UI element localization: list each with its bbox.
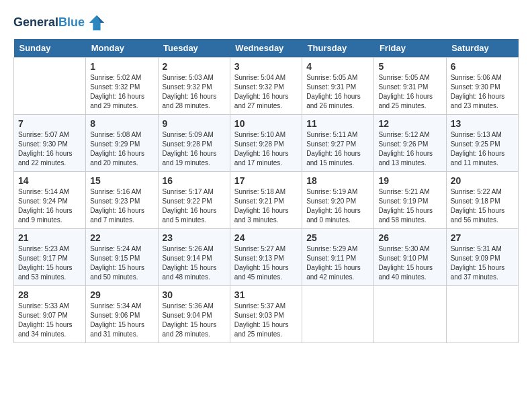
- calendar-cell: 25Sunrise: 5:29 AMSunset: 9:11 PMDayligh…: [302, 229, 374, 286]
- cell-details: Sunrise: 5:02 AMSunset: 9:32 PMDaylight:…: [90, 73, 153, 111]
- day-number: 17: [234, 175, 298, 186]
- calendar-cell: 11Sunrise: 5:11 AMSunset: 9:27 PMDayligh…: [302, 115, 374, 172]
- calendar-cell: 26Sunrise: 5:30 AMSunset: 9:10 PMDayligh…: [374, 229, 446, 286]
- day-number: 11: [306, 118, 369, 129]
- day-number: 20: [451, 175, 514, 186]
- calendar-cell: 19Sunrise: 5:21 AMSunset: 9:19 PMDayligh…: [374, 172, 446, 229]
- weekday-header-monday: Monday: [86, 39, 158, 58]
- calendar-cell: 4Sunrise: 5:05 AMSunset: 9:31 PMDaylight…: [302, 58, 374, 115]
- calendar-cell: 28Sunrise: 5:33 AMSunset: 9:07 PMDayligh…: [14, 286, 86, 343]
- weekday-header-sunday: Sunday: [14, 39, 86, 58]
- day-number: 23: [163, 232, 226, 243]
- day-number: 3: [234, 61, 298, 72]
- cell-details: Sunrise: 5:26 AMSunset: 9:14 PMDaylight:…: [163, 244, 226, 282]
- page-header: GeneralBlue: [13, 13, 519, 32]
- day-number: 16: [163, 175, 226, 186]
- calendar-cell: 5Sunrise: 5:05 AMSunset: 9:31 PMDaylight…: [374, 58, 446, 115]
- weekday-header-saturday: Saturday: [446, 39, 518, 58]
- cell-details: Sunrise: 5:10 AMSunset: 9:28 PMDaylight:…: [234, 130, 298, 168]
- week-row-2: 7Sunrise: 5:07 AMSunset: 9:30 PMDaylight…: [14, 115, 519, 172]
- day-number: 30: [163, 289, 226, 300]
- calendar-cell: 7Sunrise: 5:07 AMSunset: 9:30 PMDaylight…: [14, 115, 86, 172]
- calendar-cell: 13Sunrise: 5:13 AMSunset: 9:25 PMDayligh…: [446, 115, 518, 172]
- calendar-cell: 31Sunrise: 5:37 AMSunset: 9:03 PMDayligh…: [230, 286, 302, 343]
- cell-details: Sunrise: 5:18 AMSunset: 9:21 PMDaylight:…: [234, 187, 298, 225]
- cell-details: Sunrise: 5:04 AMSunset: 9:32 PMDaylight:…: [234, 73, 298, 111]
- day-number: 4: [306, 61, 369, 72]
- day-number: 18: [306, 175, 369, 186]
- calendar-cell: 29Sunrise: 5:34 AMSunset: 9:06 PMDayligh…: [86, 286, 158, 343]
- calendar-cell: 16Sunrise: 5:17 AMSunset: 9:22 PMDayligh…: [158, 172, 230, 229]
- weekday-header-friday: Friday: [374, 39, 446, 58]
- cell-details: Sunrise: 5:16 AMSunset: 9:23 PMDaylight:…: [90, 187, 153, 225]
- calendar-cell: 24Sunrise: 5:27 AMSunset: 9:13 PMDayligh…: [230, 229, 302, 286]
- calendar-cell: [302, 286, 374, 343]
- week-row-4: 21Sunrise: 5:23 AMSunset: 9:17 PMDayligh…: [14, 229, 519, 286]
- calendar-cell: 17Sunrise: 5:18 AMSunset: 9:21 PMDayligh…: [230, 172, 302, 229]
- day-number: 29: [90, 289, 153, 300]
- day-number: 2: [163, 61, 226, 72]
- calendar-table: SundayMondayTuesdayWednesdayThursdayFrid…: [13, 39, 519, 343]
- calendar-cell: 6Sunrise: 5:06 AMSunset: 9:30 PMDaylight…: [446, 58, 518, 115]
- calendar-cell: 10Sunrise: 5:10 AMSunset: 9:28 PMDayligh…: [230, 115, 302, 172]
- calendar-cell: 21Sunrise: 5:23 AMSunset: 9:17 PMDayligh…: [14, 229, 86, 286]
- weekday-header-row: SundayMondayTuesdayWednesdayThursdayFrid…: [14, 39, 519, 58]
- cell-details: Sunrise: 5:07 AMSunset: 9:30 PMDaylight:…: [18, 130, 81, 168]
- cell-details: Sunrise: 5:03 AMSunset: 9:32 PMDaylight:…: [163, 73, 226, 111]
- day-number: 6: [451, 61, 514, 72]
- cell-details: Sunrise: 5:19 AMSunset: 9:20 PMDaylight:…: [306, 187, 369, 225]
- calendar-cell: 14Sunrise: 5:14 AMSunset: 9:24 PMDayligh…: [14, 172, 86, 229]
- weekday-header-thursday: Thursday: [302, 39, 374, 58]
- day-number: 24: [234, 232, 298, 243]
- calendar-cell: 8Sunrise: 5:08 AMSunset: 9:29 PMDaylight…: [86, 115, 158, 172]
- day-number: 27: [451, 232, 514, 243]
- calendar-cell: 2Sunrise: 5:03 AMSunset: 9:32 PMDaylight…: [158, 58, 230, 115]
- calendar-cell: 27Sunrise: 5:31 AMSunset: 9:09 PMDayligh…: [446, 229, 518, 286]
- logo-icon: [87, 13, 106, 32]
- day-number: 9: [163, 118, 226, 129]
- day-number: 10: [234, 118, 298, 129]
- day-number: 8: [90, 118, 153, 129]
- weekday-header-tuesday: Tuesday: [158, 39, 230, 58]
- cell-details: Sunrise: 5:11 AMSunset: 9:27 PMDaylight:…: [306, 130, 369, 168]
- calendar-cell: [374, 286, 446, 343]
- day-number: 14: [18, 175, 81, 186]
- cell-details: Sunrise: 5:29 AMSunset: 9:11 PMDaylight:…: [306, 244, 369, 282]
- cell-details: Sunrise: 5:05 AMSunset: 9:31 PMDaylight:…: [306, 73, 369, 111]
- logo: GeneralBlue: [13, 13, 106, 32]
- weekday-header-wednesday: Wednesday: [230, 39, 302, 58]
- calendar-cell: 1Sunrise: 5:02 AMSunset: 9:32 PMDaylight…: [86, 58, 158, 115]
- day-number: 15: [90, 175, 153, 186]
- logo-text: GeneralBlue: [13, 16, 85, 30]
- cell-details: Sunrise: 5:24 AMSunset: 9:15 PMDaylight:…: [90, 244, 153, 282]
- cell-details: Sunrise: 5:05 AMSunset: 9:31 PMDaylight:…: [378, 73, 441, 111]
- calendar-cell: 3Sunrise: 5:04 AMSunset: 9:32 PMDaylight…: [230, 58, 302, 115]
- week-row-3: 14Sunrise: 5:14 AMSunset: 9:24 PMDayligh…: [14, 172, 519, 229]
- cell-details: Sunrise: 5:37 AMSunset: 9:03 PMDaylight:…: [234, 302, 298, 339]
- calendar-cell: 22Sunrise: 5:24 AMSunset: 9:15 PMDayligh…: [86, 229, 158, 286]
- calendar-cell: 20Sunrise: 5:22 AMSunset: 9:18 PMDayligh…: [446, 172, 518, 229]
- day-number: 13: [451, 118, 514, 129]
- calendar-cell: 9Sunrise: 5:09 AMSunset: 9:28 PMDaylight…: [158, 115, 230, 172]
- day-number: 25: [306, 232, 369, 243]
- day-number: 1: [90, 61, 153, 72]
- day-number: 19: [378, 175, 441, 186]
- week-row-1: 1Sunrise: 5:02 AMSunset: 9:32 PMDaylight…: [14, 58, 519, 115]
- calendar-cell: 30Sunrise: 5:36 AMSunset: 9:04 PMDayligh…: [158, 286, 230, 343]
- cell-details: Sunrise: 5:30 AMSunset: 9:10 PMDaylight:…: [378, 244, 441, 282]
- cell-details: Sunrise: 5:22 AMSunset: 9:18 PMDaylight:…: [451, 187, 514, 225]
- cell-details: Sunrise: 5:36 AMSunset: 9:04 PMDaylight:…: [163, 302, 226, 339]
- cell-details: Sunrise: 5:33 AMSunset: 9:07 PMDaylight:…: [18, 302, 81, 339]
- cell-details: Sunrise: 5:12 AMSunset: 9:26 PMDaylight:…: [378, 130, 441, 168]
- day-number: 28: [18, 289, 81, 300]
- cell-details: Sunrise: 5:27 AMSunset: 9:13 PMDaylight:…: [234, 244, 298, 282]
- calendar-cell: 15Sunrise: 5:16 AMSunset: 9:23 PMDayligh…: [86, 172, 158, 229]
- cell-details: Sunrise: 5:09 AMSunset: 9:28 PMDaylight:…: [163, 130, 226, 168]
- calendar-cell: 12Sunrise: 5:12 AMSunset: 9:26 PMDayligh…: [374, 115, 446, 172]
- cell-details: Sunrise: 5:23 AMSunset: 9:17 PMDaylight:…: [18, 244, 81, 282]
- calendar-cell: [14, 58, 86, 115]
- week-row-5: 28Sunrise: 5:33 AMSunset: 9:07 PMDayligh…: [14, 286, 519, 343]
- day-number: 7: [18, 118, 81, 129]
- calendar-cell: [446, 286, 518, 343]
- cell-details: Sunrise: 5:06 AMSunset: 9:30 PMDaylight:…: [451, 73, 514, 111]
